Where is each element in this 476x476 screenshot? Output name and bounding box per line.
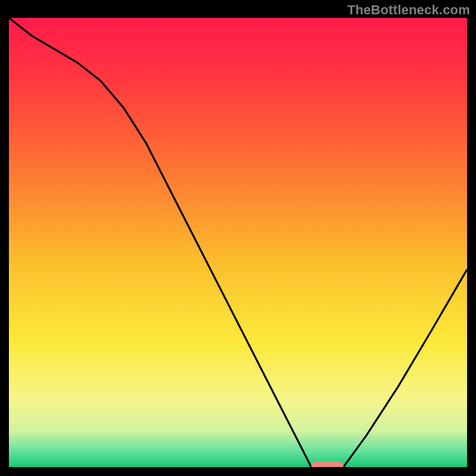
attribution-text: TheBottleneck.com bbox=[347, 2, 470, 18]
chart-svg bbox=[9, 18, 467, 467]
gradient-background bbox=[9, 18, 467, 467]
chart-frame: TheBottleneck.com bbox=[0, 0, 476, 476]
plot-area bbox=[9, 18, 467, 467]
optimal-marker bbox=[311, 462, 343, 467]
